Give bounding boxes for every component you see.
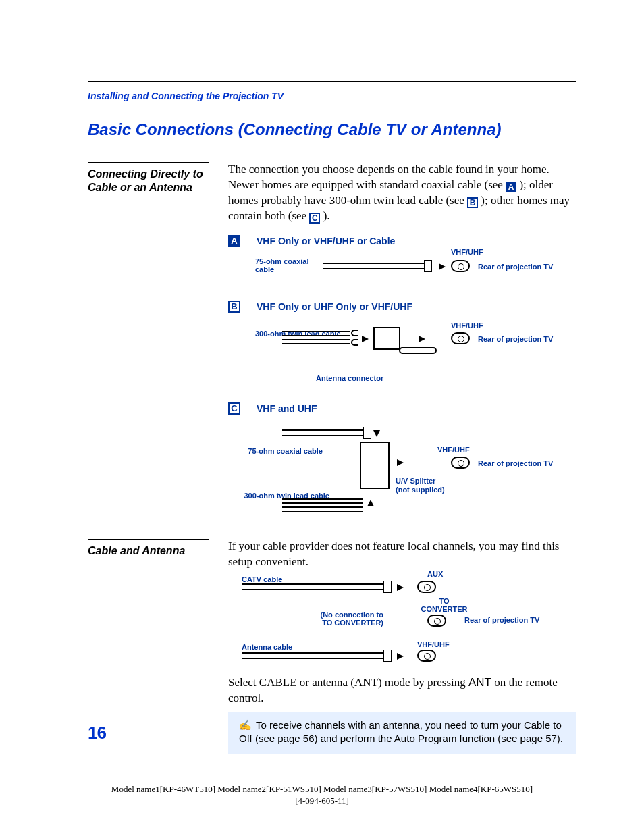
diagram-c-label-splitter: U/V Splitter (not supplied)	[396, 477, 450, 493]
diagram-b-label-port: VHF/UHF	[451, 321, 483, 330]
diagram-b-label-rear: Rear of projection TV	[478, 335, 553, 343]
diagram-b-header: B VHF Only or UHF Only or VHF/UHF	[228, 301, 576, 313]
chip-b-inline: B	[467, 197, 478, 208]
arrow-right-icon	[419, 336, 425, 342]
main-col-2: If your cable provider does not feature …	[228, 539, 576, 754]
intro-paragraph: The connection you choose depends on the…	[228, 162, 576, 224]
diagram-cable-antenna: CATV cable AUX TO CONVERTER (No connecti…	[228, 570, 576, 671]
note-icon	[239, 719, 256, 731]
arrow-right-icon	[397, 459, 404, 466]
uv-splitter-box-icon	[360, 442, 390, 489]
f-connector-icon	[383, 581, 392, 593]
arrow-up-icon	[367, 500, 374, 506]
side-heading-2: Cable and Antenna	[88, 544, 209, 558]
page-title: Basic Connections (Connecting Cable TV o…	[88, 120, 576, 139]
diagram-c-body: 75-ohm coaxial cable U/V Splitter (not s…	[242, 419, 576, 520]
ant-key-label: ANT	[468, 676, 491, 689]
screwdriver-icon	[399, 347, 437, 354]
side-col: Connecting Directly to Cable or an Anten…	[88, 162, 209, 194]
diagram-b-body: 300-ohm twin lead cable VHF/UHF Rear of …	[242, 317, 576, 392]
chip-c-inline: C	[309, 213, 320, 224]
diagram-b: B VHF Only or UHF Only or VHF/UHF 300-oh…	[228, 301, 576, 392]
label-catv: CATV cable	[242, 575, 282, 583]
footer-line-2: [4-094-605-11]	[0, 796, 644, 807]
intro-text-1: The connection you choose depends on the…	[228, 163, 549, 191]
diagram-c-label-rear: Rear of projection TV	[478, 459, 553, 467]
footer-line-1: Model name1[KP-46WT510] Model name2[KP-5…	[0, 784, 644, 796]
intro-text-4: ).	[323, 209, 330, 222]
diagram-c-label-port: VHF/UHF	[437, 446, 470, 454]
diagram-c-header: C VHF and UHF	[228, 402, 576, 415]
section2-para1: If your cable provider does not feature …	[228, 539, 576, 570]
coax-cable-icon	[242, 652, 383, 659]
diagram-a-title: VHF Only or VHF/UHF or Cable	[257, 235, 395, 248]
arrow-right-icon	[439, 263, 446, 270]
diagram-b-chip: B	[228, 301, 240, 313]
diagram-a-label-rear: Rear of projection TV	[478, 263, 553, 271]
twin-lead-icon	[282, 331, 350, 344]
f-connector-icon	[363, 427, 371, 439]
diagram-a-label-port: VHF/UHF	[451, 248, 483, 256]
fork-icon	[351, 330, 358, 336]
para2-text-a: Select CABLE or antenna (ANT) mode by pr…	[228, 676, 468, 689]
footer: Model name1[KP-46WT510] Model name2[KP-5…	[0, 784, 644, 807]
arrow-right-icon	[397, 584, 404, 591]
antenna-connector-box-icon	[373, 327, 400, 350]
arrow-right-icon	[397, 653, 404, 660]
label-aux: AUX	[427, 570, 443, 578]
side-rule	[88, 162, 209, 163]
section-cable-and-antenna: Cable and Antenna If your cable provider…	[88, 539, 576, 754]
diagram-a-label-cable: 75-ohm coaxial cable	[255, 257, 316, 273]
twin-lead-icon	[282, 498, 363, 512]
port-aux-icon	[417, 581, 436, 593]
diagram-c-chip: C	[228, 402, 240, 415]
arrow-right-icon	[362, 336, 369, 342]
port-vhfuhf-icon	[417, 650, 436, 662]
diagram-a: A VHF Only or VHF/UHF or Cable 75-ohm co…	[228, 235, 576, 290]
section-connecting-directly: Connecting Directly to Cable or an Anten…	[88, 162, 576, 520]
diagram-b-label-connector: Antenna connector	[316, 374, 383, 382]
label-no-connection: (No connection to TO CONVERTER)	[309, 610, 383, 627]
diagram-c: C VHF and UHF 75-ohm coaxial cable U/V S…	[228, 402, 576, 521]
coax-cable-icon	[323, 263, 424, 269]
page: Installing and Connecting the Projection…	[0, 0, 644, 834]
port-icon	[451, 260, 470, 272]
port-converter-icon	[427, 615, 446, 627]
side-rule	[88, 539, 209, 540]
diagram-b-title: VHF Only or UHF Only or VHF/UHF	[257, 301, 412, 313]
side-heading-1: Connecting Directly to Cable or an Anten…	[88, 167, 209, 194]
coax-cable-icon	[282, 429, 363, 436]
note-box: To receive channels with an antenna, you…	[228, 712, 576, 754]
diagram-a-chip: A	[228, 235, 240, 247]
label-to-converter: TO CONVERTER	[417, 597, 471, 613]
f-connector-icon	[383, 650, 392, 662]
diagram-c-title: VHF and UHF	[257, 402, 317, 415]
label-rear: Rear of projection TV	[464, 616, 539, 624]
diagram-a-body: 75-ohm coaxial cable VHF/UHF Rear of pro…	[242, 252, 576, 290]
diagram-c-label-coax: 75-ohm coaxial cable	[242, 447, 323, 455]
chapter-crumb: Installing and Connecting the Projection…	[88, 90, 576, 101]
fork-icon	[351, 339, 358, 346]
section2-para2: Select CABLE or antenna (ANT) mode by pr…	[228, 675, 576, 706]
note-text: To receive channels with an antenna, you…	[239, 719, 563, 744]
side-col: Cable and Antenna	[88, 539, 209, 558]
port-icon	[451, 332, 470, 344]
label-antenna-cable: Antenna cable	[242, 643, 292, 651]
chip-a-inline: A	[506, 182, 516, 192]
page-number: 16	[88, 723, 106, 744]
diagram-a-header: A VHF Only or VHF/UHF or Cable	[228, 235, 576, 248]
f-connector-icon	[424, 260, 432, 272]
main-col-1: The connection you choose depends on the…	[228, 162, 576, 520]
port-icon	[451, 457, 470, 469]
label-vhfuhf: VHF/UHF	[417, 640, 450, 648]
arrow-down-icon	[373, 430, 380, 437]
top-rule	[88, 81, 576, 82]
coax-cable-icon	[242, 583, 383, 590]
